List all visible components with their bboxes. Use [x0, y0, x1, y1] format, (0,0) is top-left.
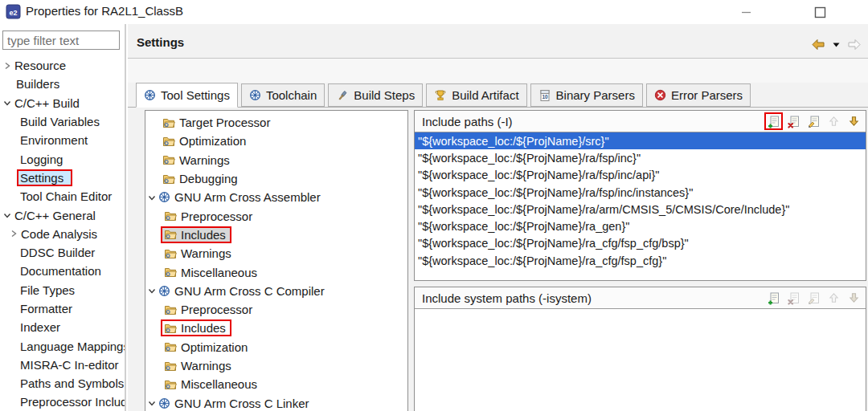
tab-toolchain[interactable]: Toolchain — [241, 83, 325, 107]
include-path-item[interactable]: "${workspace_loc:/${ProjName}/ra_cfg/fsp… — [415, 252, 866, 269]
sidebar-item-preprocessor-include[interactable]: Preprocessor Include — [0, 393, 126, 411]
sidebar-item-ddsc-builder[interactable]: DDSC Builder — [0, 243, 126, 262]
include-path-item[interactable]: "${workspace_loc:/${ProjName}/ra/arm/CMS… — [415, 201, 866, 218]
tab-build-steps[interactable]: Build Steps — [328, 83, 423, 107]
tab-label: Toolchain — [266, 88, 317, 102]
maximize-button[interactable] — [802, 2, 837, 22]
sidebar-item-label: Build Variables — [17, 113, 108, 130]
tool-tree-item-debugging[interactable]: Debugging — [145, 169, 407, 188]
sidebar-item-environment[interactable]: Environment — [0, 131, 126, 149]
category-folder-icon — [164, 360, 177, 372]
include-path-item[interactable]: "${workspace_loc:/${ProjName}/ra_cfg/fsp… — [415, 235, 866, 252]
properties-dialog: e2 Properties for RA2L1_ClassB ResourceB… — [0, 0, 868, 411]
sidebar-item-builders[interactable]: Builders — [0, 75, 126, 93]
include-path-item[interactable]: "${workspace_loc:/${ProjName}/src}" — [415, 132, 866, 149]
tool-tree-item-includes[interactable]: Includes — [145, 226, 407, 244]
tool-tree-item-optimization[interactable]: Optimization — [145, 338, 407, 356]
tool-tree-item-warnings[interactable]: Warnings — [145, 244, 407, 262]
tool-tree-item-label: Preprocessor — [181, 303, 252, 316]
chevron-collapsed-icon[interactable] — [10, 230, 18, 238]
tool-tree-item-warnings[interactable]: Warnings — [145, 356, 407, 375]
tree-row-content: Warnings — [161, 245, 237, 262]
sidebar-item-settings[interactable]: Settings — [0, 169, 126, 187]
tool-tree-item-preprocessor[interactable]: Preprocessor — [145, 300, 407, 319]
minimize-button[interactable] — [728, 2, 764, 22]
sidebar-item-code-analysis[interactable]: Code Analysis — [0, 225, 126, 243]
edit-path-button[interactable] — [805, 112, 823, 130]
sidebar-item-label: Logging — [17, 151, 72, 168]
category-folder-icon — [162, 153, 175, 166]
sidebar-item-language-mappings[interactable]: Language Mappings — [0, 336, 126, 355]
tool-tree-item-miscellaneous[interactable]: Miscellaneous — [145, 262, 407, 281]
sidebar-item-resource[interactable]: Resource — [0, 56, 126, 75]
sidebar-item-paths-and-symbols[interactable]: Paths and Symbols — [0, 374, 126, 393]
hammer-icon — [336, 89, 349, 102]
nav-dropdown-icon[interactable] — [833, 43, 840, 47]
delete-path-icon — [787, 291, 800, 305]
titlebar: e2 Properties for RA2L1_ClassB — [0, 0, 868, 24]
sidebar-item-build-variables[interactable]: Build Variables — [0, 112, 126, 131]
properties-sidebar: ResourceBuildersC/C++ BuildBuild Variabl… — [0, 24, 126, 411]
tool-tree-item-miscellaneous[interactable]: Miscellaneous — [145, 375, 407, 393]
tool-tree-item-target-processor[interactable]: Target Processor — [145, 113, 407, 132]
nav-forward-icon[interactable] — [847, 39, 862, 51]
sidebar-item-logging[interactable]: Logging — [0, 149, 126, 168]
tree-row-content: GNU Arm Cross C Linker — [155, 395, 315, 411]
delete-path-button — [784, 289, 803, 307]
add-path-button[interactable] — [764, 289, 783, 307]
configuration-band — [128, 59, 868, 83]
sidebar-item-label: Code Analysis — [18, 226, 106, 242]
tool-tree-item-warnings[interactable]: Warnings — [145, 151, 407, 169]
binary-doc-icon: 10 — [538, 89, 551, 102]
move-up-button — [825, 112, 843, 130]
include-path-item[interactable]: "${workspace_loc:/${ProjName}/ra_gen}" — [415, 218, 866, 234]
tool-tree-item-label: Miscellaneous — [181, 377, 257, 391]
tool-tree-item-gnu-arm-cross-c-compiler[interactable]: GNU Arm Cross C Compiler — [145, 282, 407, 300]
wheel-icon — [158, 191, 170, 203]
tool-tree-item-label: Warnings — [181, 246, 231, 260]
svg-text:10: 10 — [542, 94, 548, 100]
add-path-button[interactable] — [764, 112, 783, 130]
filter-input[interactable] — [2, 31, 120, 50]
sidebar-item-label: Environment — [17, 132, 96, 149]
tab-build-artifact[interactable]: Build Artifact — [426, 83, 526, 107]
sidebar-item-documentation[interactable]: Documentation — [0, 262, 126, 280]
category-folder-icon — [164, 210, 177, 222]
tool-tree-item-includes[interactable]: Includes — [145, 319, 407, 337]
include-path-item[interactable]: "${workspace_loc:/${ProjName}/ra/fsp/inc… — [415, 149, 866, 166]
nav-back-icon[interactable] — [811, 39, 825, 51]
include-path-item[interactable]: "${workspace_loc:/${ProjName}/ra/fsp/inc… — [415, 167, 866, 184]
tool-tree-item-preprocessor[interactable]: Preprocessor — [145, 206, 407, 225]
move-down-button[interactable] — [845, 112, 863, 130]
page-header: Settings — [128, 30, 868, 59]
tree-row-content: GNU Arm Cross C Compiler — [155, 283, 330, 299]
tool-tree-item-label: Optimization — [179, 134, 246, 148]
include-paths-list[interactable]: "${workspace_loc:/${ProjName}/src}""${wo… — [415, 132, 866, 269]
tool-tree-item-gnu-arm-cross-c-linker[interactable]: GNU Arm Cross C Linker — [145, 393, 407, 411]
sidebar-item-file-types[interactable]: File Types — [0, 281, 126, 299]
tree-row-content: Preprocessor — [161, 208, 258, 225]
chevron-collapsed-icon[interactable] — [3, 62, 11, 70]
sidebar-item-indexer[interactable]: Indexer — [0, 318, 126, 336]
category-folder-icon — [162, 135, 175, 148]
sidebar-item-c-c-build[interactable]: C/C++ Build — [0, 94, 126, 112]
include-path-item[interactable]: "${workspace_loc:/${ProjName}/ra/fsp/inc… — [415, 184, 866, 201]
sidebar-item-c-c-general[interactable]: C/C++ General — [0, 206, 126, 224]
sidebar-item-formatter[interactable]: Formatter — [0, 299, 126, 318]
sidebar-item-misra-c-in-editor[interactable]: MISRA-C In-editor — [0, 356, 126, 374]
tab-error-parsers[interactable]: Error Parsers — [646, 83, 751, 107]
tool-tree-item-label: GNU Arm Cross C Linker — [174, 397, 309, 410]
tool-tree-item-label: Warnings — [179, 153, 230, 167]
edit-path-icon — [807, 291, 821, 305]
chevron-expanded-icon[interactable] — [3, 99, 11, 107]
tool-tree-item-optimization[interactable]: Optimization — [145, 132, 407, 150]
chevron-expanded-icon[interactable] — [3, 211, 11, 219]
sidebar-item-tool-chain-editor[interactable]: Tool Chain Editor — [0, 187, 126, 206]
delete-path-button[interactable] — [784, 112, 803, 130]
tab-binary-parsers[interactable]: 10Binary Parsers — [530, 83, 643, 107]
include-paths-toolbar — [764, 112, 863, 130]
tool-tree-item-gnu-arm-cross-assembler[interactable]: GNU Arm Cross Assembler — [145, 188, 407, 206]
trophy-icon — [434, 89, 447, 102]
tab-tool-settings[interactable]: Tool Settings — [136, 83, 238, 108]
move-down-icon — [848, 115, 860, 128]
